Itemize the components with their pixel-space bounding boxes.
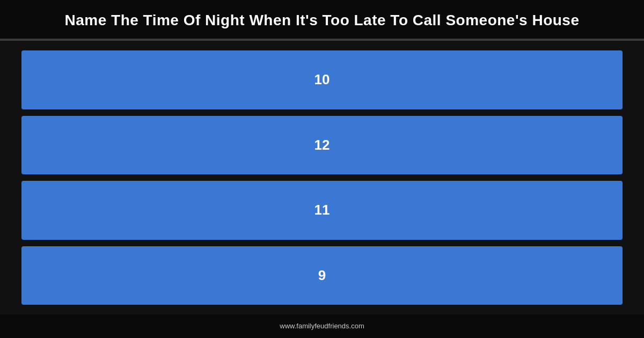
answer-bar-1[interactable]: 10 bbox=[21, 50, 623, 109]
answers-container: 10 12 11 9 bbox=[0, 41, 644, 314]
answer-value-1: 10 bbox=[314, 71, 330, 88]
answer-value-3: 11 bbox=[314, 202, 330, 218]
answer-bar-2[interactable]: 12 bbox=[21, 116, 623, 175]
header: Name The Time Of Night When It's Too Lat… bbox=[0, 0, 644, 39]
question-title: Name The Time Of Night When It's Too Lat… bbox=[21, 12, 623, 29]
answer-value-2: 12 bbox=[314, 137, 330, 153]
answer-bar-4[interactable]: 9 bbox=[21, 246, 623, 305]
answer-bar-3[interactable]: 11 bbox=[21, 181, 623, 240]
footer: www.familyfeudfriends.com bbox=[0, 314, 644, 338]
footer-url[interactable]: www.familyfeudfriends.com bbox=[280, 322, 364, 330]
answer-value-4: 9 bbox=[318, 267, 326, 284]
